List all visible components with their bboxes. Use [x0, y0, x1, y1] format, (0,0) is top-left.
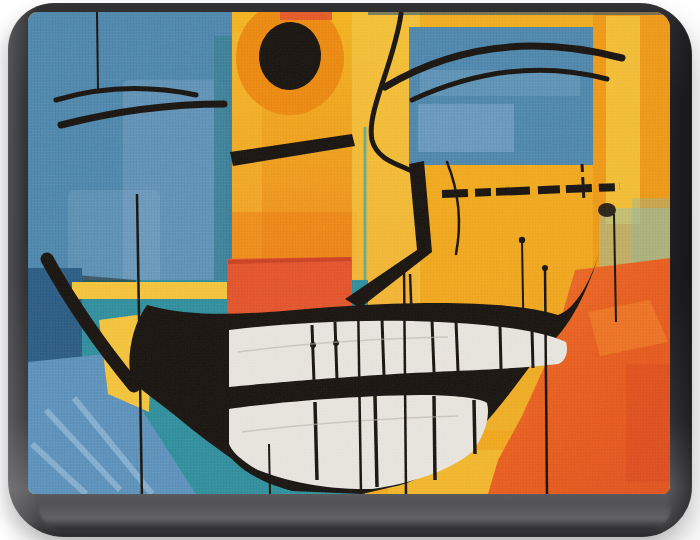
canvas-print-mockup — [0, 0, 700, 540]
canvas-grain — [28, 12, 670, 494]
abstract-face-painting — [28, 12, 670, 494]
painting-artboard — [28, 12, 670, 494]
